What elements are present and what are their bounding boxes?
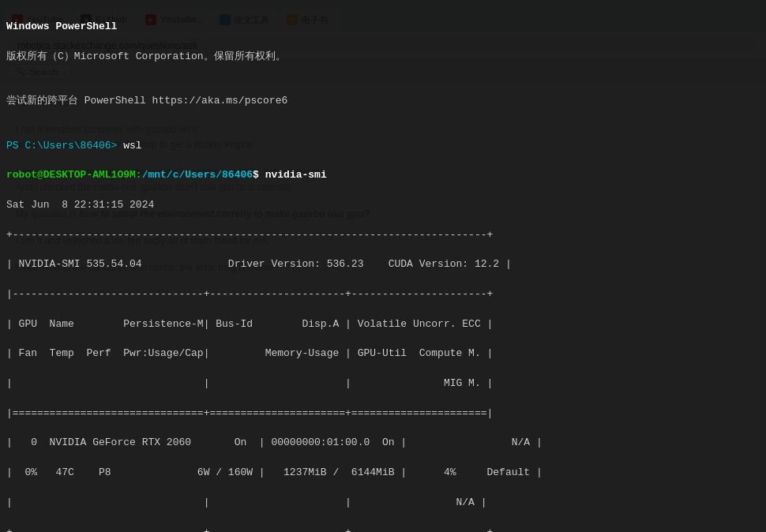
wsl-command: $ nvidia-smi (253, 169, 327, 181)
smi-line0: +---------------------------------------… (6, 228, 760, 243)
wsl-user: robot@DESKTOP-AML1O9M: (6, 169, 142, 181)
terminal-prompt1: PS C:\Users\86406> wsl (6, 139, 760, 154)
terminal-datetime: Sat Jun 8 22:31:15 2024 (6, 198, 760, 213)
wsl-path: /mnt/c/Users/86406 (142, 169, 253, 181)
smi-line2: |-------------------------------+-------… (6, 287, 760, 302)
terminal-window: Windows PowerShell 版权所有（C）Microsoft Corp… (0, 0, 766, 532)
smi-line4: | Fan Temp Perf Pwr:Usage/Cap| Memory-Us… (6, 347, 760, 362)
smi-line8: | 0% 47C P8 6W / 160W | 1237MiB / 6144Mi… (6, 466, 760, 481)
smi-line7: | 0 NVIDIA GeForce RTX 2060 On | 0000000… (6, 436, 760, 451)
terminal-copyright: 版权所有（C）Microsoft Corporation。保留所有权利。 (6, 50, 760, 65)
terminal-header: Windows PowerShell (6, 20, 760, 35)
ps-prompt: PS C:\Users\86406> (6, 140, 117, 152)
smi-line6: |===============================+=======… (6, 406, 760, 421)
smi-line1: | NVIDIA-SMI 535.54.04 Driver Version: 5… (6, 257, 760, 272)
smi-line10: +-------------------------------+-------… (6, 526, 760, 532)
ps-command1: wsl (117, 140, 141, 152)
smi-line9: | | | N/A | (6, 496, 760, 511)
terminal-prompt2: robot@DESKTOP-AML1O9M:/mnt/c/Users/86406… (6, 168, 760, 183)
smi-line5: | | | MIG M. | (6, 377, 760, 392)
smi-line3: | GPU Name Persistence-M| Bus-Id Disp.A … (6, 317, 760, 332)
terminal-tip: 尝试新的跨平台 PowerShell https://aka.ms/pscore… (6, 94, 760, 109)
